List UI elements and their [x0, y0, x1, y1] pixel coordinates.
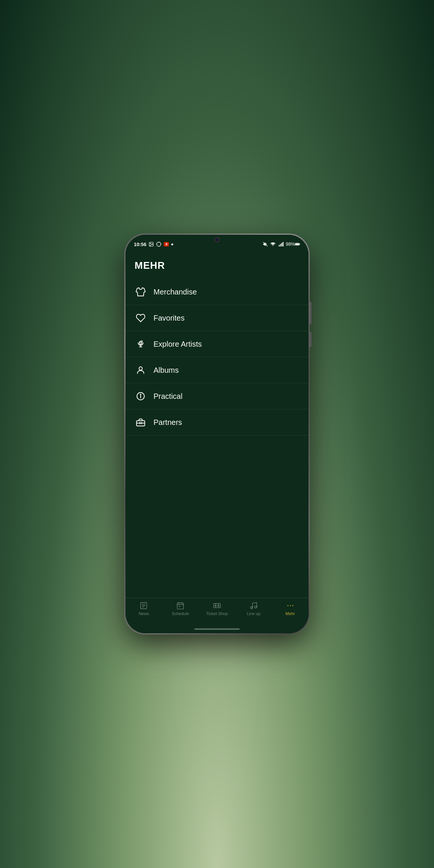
- wifi-icon: [270, 242, 276, 247]
- svg-rect-31: [177, 603, 184, 609]
- nav-item-news[interactable]: News: [126, 601, 162, 616]
- svg-rect-11: [283, 242, 284, 246]
- news-icon: [139, 601, 148, 610]
- schedule-icon: [176, 601, 185, 610]
- shirt-icon: [135, 286, 147, 298]
- crosshair-icon: [156, 242, 161, 247]
- svg-point-39: [251, 607, 253, 609]
- dot-indicator: [171, 243, 173, 245]
- favorites-label: Favorites: [153, 314, 184, 322]
- lineup-icon: [249, 601, 258, 610]
- svg-point-43: [292, 605, 293, 606]
- menu-item-explore-artists[interactable]: Explore Artists: [126, 331, 308, 357]
- more-icon: [286, 601, 295, 610]
- svg-rect-36: [214, 604, 220, 608]
- menu-item-practical[interactable]: Practical: [126, 383, 308, 409]
- microphone-icon: [135, 338, 147, 350]
- svg-rect-14: [299, 244, 300, 245]
- info-icon: [135, 390, 147, 402]
- home-indicator-area: [126, 625, 308, 633]
- news-label: News: [139, 611, 149, 616]
- camera-dot: [214, 237, 220, 242]
- signal-icon: [278, 242, 284, 247]
- phone-screen: 10:56 8 98%: [126, 235, 308, 633]
- menu-item-albums[interactable]: Albums: [126, 357, 308, 383]
- menu-item-merchandise[interactable]: Merchandise: [126, 279, 308, 305]
- battery-display: 98%: [286, 242, 300, 247]
- nav-item-schedule[interactable]: Schedule: [162, 601, 199, 616]
- schedule-label: Schedule: [172, 611, 189, 616]
- svg-point-41: [287, 605, 288, 606]
- mute-icon: [263, 242, 268, 247]
- nav-item-lineup[interactable]: Line up: [235, 601, 272, 616]
- heart-icon: [135, 312, 147, 324]
- practical-label: Practical: [153, 392, 183, 401]
- menu-item-favorites[interactable]: Favorites: [126, 305, 308, 331]
- explore-artists-label: Explore Artists: [153, 340, 202, 349]
- nav-item-mehr[interactable]: Mehr: [272, 601, 308, 616]
- svg-rect-9: [280, 244, 281, 246]
- svg-rect-35: [179, 606, 180, 607]
- merchandise-label: Merchandise: [153, 288, 197, 296]
- menu-item-partners[interactable]: Partners: [126, 409, 308, 436]
- menu-item-settings[interactable]: Settings: [126, 436, 308, 439]
- gallery-icon: [149, 242, 154, 247]
- person-icon: [135, 364, 147, 376]
- svg-point-42: [290, 605, 291, 606]
- ticket-shop-label: Ticket Shop: [206, 611, 228, 616]
- svg-rect-10: [281, 243, 282, 246]
- svg-point-21: [140, 394, 141, 395]
- content-spacer: [126, 439, 308, 598]
- screen-content: MEHR Merchandise: [126, 251, 308, 633]
- svg-point-1: [150, 243, 151, 244]
- svg-point-18: [139, 367, 143, 370]
- partners-label: Partners: [153, 418, 182, 427]
- status-bar: 10:56 8 98%: [126, 235, 308, 251]
- home-bar: [194, 628, 240, 630]
- ticket-icon: [212, 601, 222, 610]
- svg-point-40: [255, 606, 257, 608]
- menu-list: Merchandise Favorites: [126, 279, 308, 439]
- albums-label: Albums: [153, 366, 179, 375]
- time-display: 10:56: [134, 242, 146, 247]
- briefcase-icon: [135, 416, 147, 428]
- svg-rect-13: [295, 243, 299, 245]
- phone-frame: 10:56 8 98%: [124, 234, 310, 634]
- nav-item-ticket-shop[interactable]: Ticket Shop: [199, 601, 236, 616]
- mehr-label: Mehr: [285, 611, 295, 616]
- notification-badge: 8: [164, 242, 169, 246]
- bottom-nav: News Schedule: [126, 598, 308, 625]
- page-title: MEHR: [126, 251, 308, 279]
- lineup-label: Line up: [247, 611, 260, 616]
- svg-rect-8: [279, 245, 279, 246]
